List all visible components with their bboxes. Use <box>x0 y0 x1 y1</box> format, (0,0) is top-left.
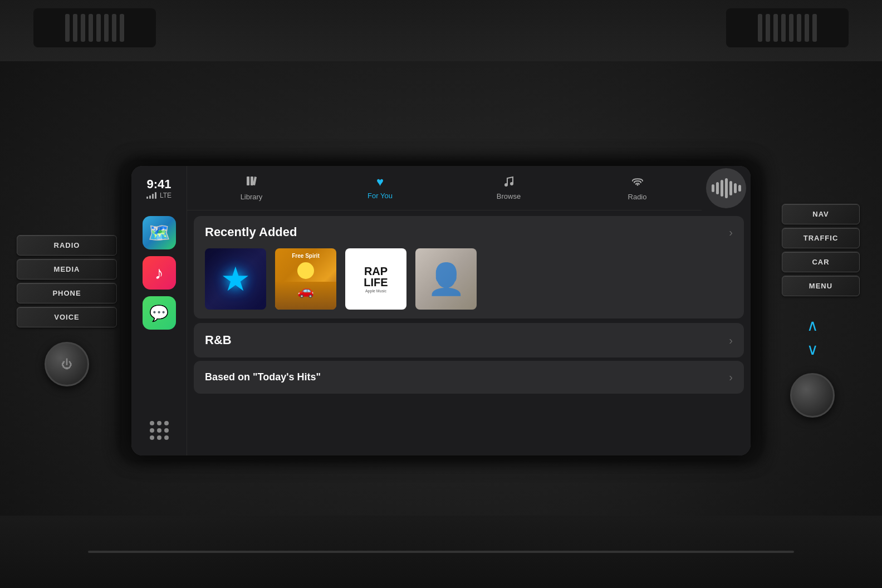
car-button[interactable]: CAR <box>782 252 860 272</box>
rap-life-sublabel: Apple Music <box>365 289 386 293</box>
app-grid-button[interactable] <box>145 416 173 444</box>
free-spirit-label: Free Spirit <box>275 253 336 259</box>
nav-arrows: ∧ ∨ <box>807 316 819 359</box>
maps-app-icon[interactable]: 🗺️ <box>143 216 176 249</box>
album-grid: ★ Free Spirit 🚗 <box>205 248 733 310</box>
traffic-button[interactable]: TRAFFIC <box>782 228 860 248</box>
sidebar: 9:41 LTE <box>131 166 187 455</box>
radio-tab-label: Radio <box>628 193 647 201</box>
heart-icon: ♥ <box>376 175 384 189</box>
status-bar: 9:41 LTE <box>146 177 171 199</box>
svg-point-4 <box>636 184 638 186</box>
power-knob[interactable]: ⏻ <box>45 342 89 386</box>
right-controls: NAV TRAFFIC CAR MENU ∧ ∨ <box>765 204 865 418</box>
rap-life-label: RAPLIFE <box>364 266 388 288</box>
svg-point-3 <box>510 182 513 185</box>
browse-icon <box>503 175 515 190</box>
right-knob[interactable] <box>790 373 835 418</box>
recently-added-title: Recently Added <box>205 225 297 239</box>
recently-added-section[interactable]: Recently Added › ★ <box>194 216 744 318</box>
phone-button[interactable]: PHONE <box>17 283 117 303</box>
rnb-chevron: › <box>729 334 733 347</box>
messages-icon: 💬 <box>149 304 169 322</box>
power-icon: ⏻ <box>61 358 72 371</box>
screen-bezel: 9:41 LTE <box>121 161 761 460</box>
nav-button[interactable]: NAV <box>782 204 860 224</box>
car-silhouette-icon: 🚗 <box>297 283 314 298</box>
svg-rect-1 <box>251 177 253 185</box>
voice-button[interactable]: VOICE <box>17 307 117 327</box>
network-label: LTE <box>160 192 171 199</box>
tab-browse[interactable]: Browse <box>444 170 573 210</box>
bottom-strip <box>88 551 793 553</box>
top-vents <box>0 0 882 61</box>
car-unit: RADIO MEDIA PHONE VOICE ⏻ 9:41 <box>0 0 882 588</box>
left-controls: RADIO MEDIA PHONE VOICE ⏻ <box>17 235 117 386</box>
svg-point-2 <box>504 183 508 187</box>
album-art-free-spirit[interactable]: Free Spirit 🚗 <box>275 248 336 310</box>
star-shape-icon: ★ <box>220 259 251 298</box>
content-area: Recently Added › ★ <box>187 210 751 455</box>
radio-icon <box>630 175 645 190</box>
app-icons: 🗺️ ♪ 💬 <box>143 216 176 416</box>
music-icon: ♪ <box>155 263 164 283</box>
rnb-section[interactable]: R&B › <box>194 323 744 357</box>
siri-bars-icon <box>712 178 741 198</box>
library-tab-label: Library <box>241 193 263 201</box>
library-icon <box>246 175 258 190</box>
tab-for-you[interactable]: ♥ For You <box>316 170 444 210</box>
siri-button[interactable] <box>706 168 746 208</box>
nav-tabs: Library ♥ For You <box>187 166 702 210</box>
menu-button[interactable]: MENU <box>782 276 860 296</box>
shadow-figure-icon: 👤 <box>427 261 465 297</box>
based-on-chevron: › <box>729 371 733 384</box>
tab-radio[interactable]: Radio <box>573 170 702 210</box>
time-display: 9:41 <box>146 177 171 192</box>
album-art-shadow[interactable]: 👤 <box>415 248 477 310</box>
signal-bar: LTE <box>146 192 171 199</box>
for-you-tab-label: For You <box>367 192 393 200</box>
album-art-star[interactable]: ★ <box>205 248 266 310</box>
right-vent <box>726 8 849 47</box>
based-on-title: Based on "Today's Hits" <box>205 371 321 383</box>
tab-library[interactable]: Library <box>187 170 316 210</box>
left-vent <box>33 8 156 47</box>
svg-rect-0 <box>247 177 249 185</box>
radio-button[interactable]: RADIO <box>17 235 117 256</box>
sun-icon <box>297 262 314 279</box>
dashboard: RADIO MEDIA PHONE VOICE ⏻ 9:41 <box>0 156 882 465</box>
rnb-title: R&B <box>205 333 232 347</box>
screen: 9:41 LTE <box>131 166 751 455</box>
album-art-rap-life[interactable]: RAPLIFE Apple Music <box>345 248 406 310</box>
messages-app-icon[interactable]: 💬 <box>143 296 176 330</box>
nav-area: Library ♥ For You <box>187 166 751 210</box>
main-content: Library ♥ For You <box>187 166 751 455</box>
media-button[interactable]: MEDIA <box>17 259 117 280</box>
music-app-icon[interactable]: ♪ <box>143 256 176 290</box>
based-on-section[interactable]: Based on "Today's Hits" › <box>194 361 744 394</box>
browse-tab-label: Browse <box>497 192 521 200</box>
scroll-down-button[interactable]: ∨ <box>807 340 819 359</box>
maps-icon: 🗺️ <box>148 222 170 243</box>
bottom-area <box>0 516 882 588</box>
scroll-up-button[interactable]: ∧ <box>807 316 819 335</box>
recently-added-chevron: › <box>729 226 733 239</box>
